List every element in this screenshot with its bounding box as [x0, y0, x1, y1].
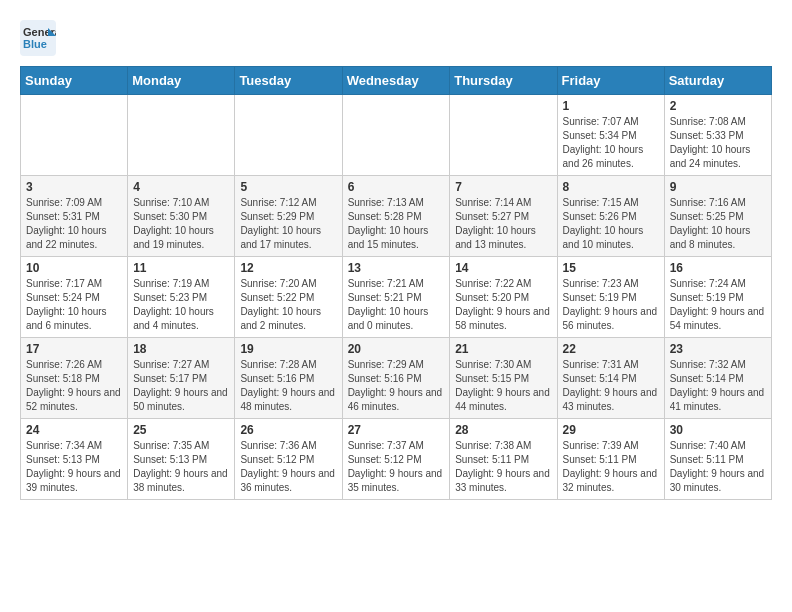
day-info: Sunrise: 7:20 AM Sunset: 5:22 PM Dayligh… [240, 277, 336, 333]
day-info: Sunrise: 7:39 AM Sunset: 5:11 PM Dayligh… [563, 439, 659, 495]
day-info: Sunrise: 7:26 AM Sunset: 5:18 PM Dayligh… [26, 358, 122, 414]
calendar-cell: 5Sunrise: 7:12 AM Sunset: 5:29 PM Daylig… [235, 176, 342, 257]
day-number: 22 [563, 342, 659, 356]
calendar-cell: 17Sunrise: 7:26 AM Sunset: 5:18 PM Dayli… [21, 338, 128, 419]
day-number: 28 [455, 423, 551, 437]
calendar-cell [128, 95, 235, 176]
calendar-week-1: 1Sunrise: 7:07 AM Sunset: 5:34 PM Daylig… [21, 95, 772, 176]
dow-header-saturday: Saturday [664, 67, 771, 95]
day-info: Sunrise: 7:08 AM Sunset: 5:33 PM Dayligh… [670, 115, 766, 171]
day-info: Sunrise: 7:37 AM Sunset: 5:12 PM Dayligh… [348, 439, 445, 495]
page-header: General Blue [20, 20, 772, 56]
calendar-cell [21, 95, 128, 176]
calendar-cell: 14Sunrise: 7:22 AM Sunset: 5:20 PM Dayli… [450, 257, 557, 338]
calendar-cell: 30Sunrise: 7:40 AM Sunset: 5:11 PM Dayli… [664, 419, 771, 500]
day-number: 13 [348, 261, 445, 275]
day-info: Sunrise: 7:27 AM Sunset: 5:17 PM Dayligh… [133, 358, 229, 414]
calendar-cell: 2Sunrise: 7:08 AM Sunset: 5:33 PM Daylig… [664, 95, 771, 176]
day-number: 21 [455, 342, 551, 356]
day-info: Sunrise: 7:21 AM Sunset: 5:21 PM Dayligh… [348, 277, 445, 333]
calendar-cell: 21Sunrise: 7:30 AM Sunset: 5:15 PM Dayli… [450, 338, 557, 419]
day-info: Sunrise: 7:15 AM Sunset: 5:26 PM Dayligh… [563, 196, 659, 252]
logo-icon: General Blue [20, 20, 56, 56]
calendar-cell: 28Sunrise: 7:38 AM Sunset: 5:11 PM Dayli… [450, 419, 557, 500]
day-info: Sunrise: 7:14 AM Sunset: 5:27 PM Dayligh… [455, 196, 551, 252]
calendar-cell: 3Sunrise: 7:09 AM Sunset: 5:31 PM Daylig… [21, 176, 128, 257]
calendar-cell: 1Sunrise: 7:07 AM Sunset: 5:34 PM Daylig… [557, 95, 664, 176]
calendar-cell: 22Sunrise: 7:31 AM Sunset: 5:14 PM Dayli… [557, 338, 664, 419]
calendar-cell: 15Sunrise: 7:23 AM Sunset: 5:19 PM Dayli… [557, 257, 664, 338]
day-info: Sunrise: 7:09 AM Sunset: 5:31 PM Dayligh… [26, 196, 122, 252]
calendar-cell: 8Sunrise: 7:15 AM Sunset: 5:26 PM Daylig… [557, 176, 664, 257]
calendar-cell: 12Sunrise: 7:20 AM Sunset: 5:22 PM Dayli… [235, 257, 342, 338]
day-number: 14 [455, 261, 551, 275]
day-number: 26 [240, 423, 336, 437]
day-info: Sunrise: 7:22 AM Sunset: 5:20 PM Dayligh… [455, 277, 551, 333]
day-info: Sunrise: 7:12 AM Sunset: 5:29 PM Dayligh… [240, 196, 336, 252]
day-number: 9 [670, 180, 766, 194]
day-number: 20 [348, 342, 445, 356]
day-info: Sunrise: 7:38 AM Sunset: 5:11 PM Dayligh… [455, 439, 551, 495]
calendar-cell: 29Sunrise: 7:39 AM Sunset: 5:11 PM Dayli… [557, 419, 664, 500]
day-info: Sunrise: 7:19 AM Sunset: 5:23 PM Dayligh… [133, 277, 229, 333]
day-number: 7 [455, 180, 551, 194]
calendar-cell: 19Sunrise: 7:28 AM Sunset: 5:16 PM Dayli… [235, 338, 342, 419]
calendar-week-2: 3Sunrise: 7:09 AM Sunset: 5:31 PM Daylig… [21, 176, 772, 257]
calendar-cell: 13Sunrise: 7:21 AM Sunset: 5:21 PM Dayli… [342, 257, 450, 338]
day-info: Sunrise: 7:17 AM Sunset: 5:24 PM Dayligh… [26, 277, 122, 333]
calendar-cell [342, 95, 450, 176]
calendar-cell: 26Sunrise: 7:36 AM Sunset: 5:12 PM Dayli… [235, 419, 342, 500]
day-info: Sunrise: 7:07 AM Sunset: 5:34 PM Dayligh… [563, 115, 659, 171]
day-number: 19 [240, 342, 336, 356]
dow-header-wednesday: Wednesday [342, 67, 450, 95]
calendar: SundayMondayTuesdayWednesdayThursdayFrid… [20, 66, 772, 500]
calendar-cell: 18Sunrise: 7:27 AM Sunset: 5:17 PM Dayli… [128, 338, 235, 419]
dow-header-thursday: Thursday [450, 67, 557, 95]
calendar-cell: 16Sunrise: 7:24 AM Sunset: 5:19 PM Dayli… [664, 257, 771, 338]
calendar-week-4: 17Sunrise: 7:26 AM Sunset: 5:18 PM Dayli… [21, 338, 772, 419]
day-info: Sunrise: 7:29 AM Sunset: 5:16 PM Dayligh… [348, 358, 445, 414]
day-number: 5 [240, 180, 336, 194]
day-number: 27 [348, 423, 445, 437]
day-info: Sunrise: 7:40 AM Sunset: 5:11 PM Dayligh… [670, 439, 766, 495]
day-number: 15 [563, 261, 659, 275]
day-info: Sunrise: 7:23 AM Sunset: 5:19 PM Dayligh… [563, 277, 659, 333]
day-number: 11 [133, 261, 229, 275]
dow-header-friday: Friday [557, 67, 664, 95]
calendar-cell: 10Sunrise: 7:17 AM Sunset: 5:24 PM Dayli… [21, 257, 128, 338]
day-info: Sunrise: 7:35 AM Sunset: 5:13 PM Dayligh… [133, 439, 229, 495]
calendar-cell [450, 95, 557, 176]
day-info: Sunrise: 7:30 AM Sunset: 5:15 PM Dayligh… [455, 358, 551, 414]
calendar-cell: 27Sunrise: 7:37 AM Sunset: 5:12 PM Dayli… [342, 419, 450, 500]
day-info: Sunrise: 7:32 AM Sunset: 5:14 PM Dayligh… [670, 358, 766, 414]
day-info: Sunrise: 7:24 AM Sunset: 5:19 PM Dayligh… [670, 277, 766, 333]
calendar-cell: 23Sunrise: 7:32 AM Sunset: 5:14 PM Dayli… [664, 338, 771, 419]
calendar-cell: 20Sunrise: 7:29 AM Sunset: 5:16 PM Dayli… [342, 338, 450, 419]
day-number: 1 [563, 99, 659, 113]
calendar-body: 1Sunrise: 7:07 AM Sunset: 5:34 PM Daylig… [21, 95, 772, 500]
dow-header-sunday: Sunday [21, 67, 128, 95]
day-number: 24 [26, 423, 122, 437]
logo: General Blue [20, 20, 56, 56]
day-of-week-header: SundayMondayTuesdayWednesdayThursdayFrid… [21, 67, 772, 95]
calendar-cell: 9Sunrise: 7:16 AM Sunset: 5:25 PM Daylig… [664, 176, 771, 257]
dow-header-tuesday: Tuesday [235, 67, 342, 95]
day-number: 30 [670, 423, 766, 437]
day-info: Sunrise: 7:31 AM Sunset: 5:14 PM Dayligh… [563, 358, 659, 414]
day-number: 8 [563, 180, 659, 194]
day-number: 25 [133, 423, 229, 437]
calendar-week-3: 10Sunrise: 7:17 AM Sunset: 5:24 PM Dayli… [21, 257, 772, 338]
calendar-week-5: 24Sunrise: 7:34 AM Sunset: 5:13 PM Dayli… [21, 419, 772, 500]
calendar-cell: 4Sunrise: 7:10 AM Sunset: 5:30 PM Daylig… [128, 176, 235, 257]
day-number: 3 [26, 180, 122, 194]
calendar-cell: 24Sunrise: 7:34 AM Sunset: 5:13 PM Dayli… [21, 419, 128, 500]
day-number: 4 [133, 180, 229, 194]
calendar-cell: 25Sunrise: 7:35 AM Sunset: 5:13 PM Dayli… [128, 419, 235, 500]
svg-text:Blue: Blue [23, 38, 47, 50]
day-number: 6 [348, 180, 445, 194]
day-number: 2 [670, 99, 766, 113]
day-number: 12 [240, 261, 336, 275]
day-info: Sunrise: 7:36 AM Sunset: 5:12 PM Dayligh… [240, 439, 336, 495]
dow-header-monday: Monday [128, 67, 235, 95]
day-info: Sunrise: 7:28 AM Sunset: 5:16 PM Dayligh… [240, 358, 336, 414]
